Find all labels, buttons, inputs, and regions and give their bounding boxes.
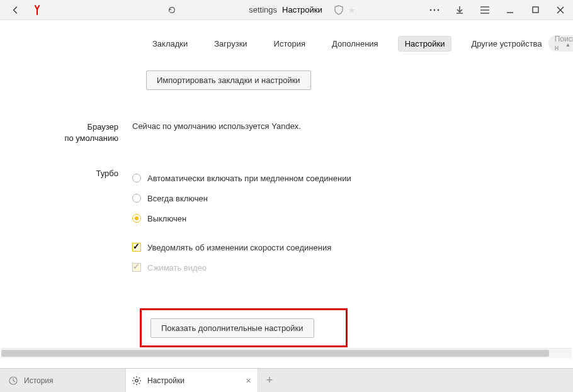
downloads-icon[interactable] [447,0,472,20]
nav-controls [0,0,48,20]
tab-history[interactable]: История [268,36,312,51]
close-window-button[interactable] [548,0,573,20]
turbo-label: Турбо [0,168,132,179]
vertical-scrollbar[interactable]: ▲ [563,40,573,324]
close-tab-icon[interactable]: × [246,375,251,386]
tab-bookmarks[interactable]: Закладки [146,36,194,51]
radio-label: Выключен [147,214,186,223]
clock-icon [9,376,18,385]
gear-icon [132,376,141,385]
default-browser-status: Сейчас по умолчанию используется Yandex. [132,121,573,131]
svg-point-0 [430,9,432,11]
radio-label: Автоматически включать при медленном сое… [147,174,351,183]
tab-other-devices[interactable]: Другие устройства [465,36,548,51]
checkbox-icon-checked [132,243,141,252]
back-button[interactable] [5,0,26,20]
active-tab-label: Настройки [147,376,184,385]
svg-point-1 [434,9,436,11]
reload-button[interactable] [161,0,183,20]
settings-nav: Закладки Загрузки История Дополнения Нас… [146,36,548,51]
shield-icon [334,5,344,15]
window-controls [422,0,573,20]
turbo-option-always[interactable]: Всегда включен [132,188,573,208]
svg-rect-3 [533,7,538,13]
tab-downloads[interactable]: Загрузки [208,36,253,51]
minimize-button[interactable] [497,0,523,20]
radio-icon [132,174,141,182]
section-default-browser: Браузер по умолчанию Сейчас по умолчанию… [0,121,573,144]
highlight-annotation: Показать дополнительные настройки [140,308,348,347]
radio-icon-selected [132,214,141,223]
import-bookmarks-button[interactable]: Импортировать закладки и настройки [146,70,311,90]
turbo-compress-video-checkbox: Сжимать видео [132,257,573,277]
checkbox-label: Сжимать видео [147,263,207,272]
turbo-notify-checkbox[interactable]: Уведомлять об изменении скорости соедине… [132,237,573,257]
hamburger-icon[interactable] [472,0,497,20]
history-tab[interactable]: История [0,369,126,393]
tab-extensions[interactable]: Дополнения [326,36,385,51]
new-tab-button[interactable]: + [258,369,281,393]
active-tab-settings[interactable]: Настройки × [126,369,258,393]
bottom-tab-bar: История Настройки × + [0,368,573,392]
checkbox-label: Уведомлять об изменении скорости соедине… [147,243,331,252]
checkbox-icon-disabled [132,263,141,272]
scroll-up-arrow-icon[interactable]: ▲ [564,42,572,50]
yandex-logo[interactable] [26,0,48,20]
show-advanced-settings-button[interactable]: Показать дополнительные настройки [150,318,314,338]
svg-point-5 [135,379,138,381]
address-path: settings [249,5,277,14]
radio-label: Всегда включен [147,194,208,203]
address-bar[interactable]: settings Настройки ★ [183,5,422,15]
history-tab-label: История [24,376,54,385]
radio-icon [132,194,141,203]
address-title: Настройки [282,5,322,14]
window-titlebar: settings Настройки ★ [0,0,573,20]
page-content: ▲ Закладки Загрузки История Дополнения Н… [0,20,573,358]
turbo-option-off[interactable]: Выключен [132,208,573,228]
settings-nav-row: Закладки Загрузки История Дополнения Нас… [0,20,573,52]
section-turbo: Турбо Автоматически включать при медленн… [0,168,573,277]
turbo-option-auto[interactable]: Автоматически включать при медленном сое… [132,168,573,188]
scrollbar-thumb[interactable] [1,350,549,357]
default-browser-label: Браузер по умолчанию [0,121,132,144]
maximize-button[interactable] [523,0,548,20]
tab-settings[interactable]: Настройки [399,36,451,51]
svg-point-2 [438,9,440,11]
horizontal-scrollbar[interactable] [1,348,572,358]
bookmark-star-icon[interactable]: ★ [348,5,356,15]
menu-dots-icon[interactable] [422,0,447,20]
